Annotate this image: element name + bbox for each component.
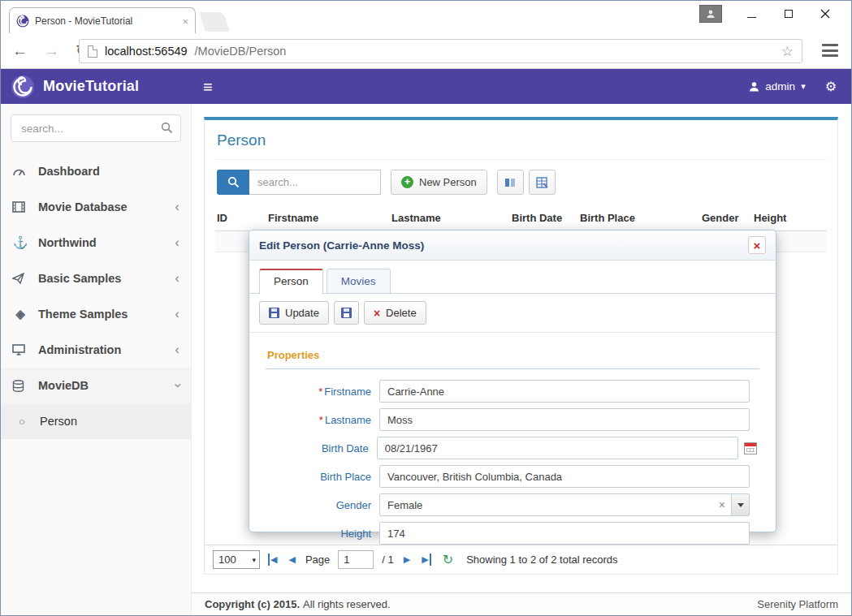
field-birthplace: Birth Place bbox=[266, 465, 759, 488]
grid-search-input[interactable] bbox=[249, 170, 381, 195]
sidebar-item-administration[interactable]: Administration ‹ bbox=[1, 332, 191, 368]
sidebar-item-label: Northwind bbox=[38, 236, 97, 249]
apply-changes-button[interactable] bbox=[334, 301, 359, 325]
address-bar[interactable]: localhost:56549 /MovieDB/Person ☆ bbox=[79, 39, 802, 63]
app-logo-spiral-icon bbox=[11, 75, 35, 99]
birthplace-input[interactable] bbox=[379, 465, 750, 488]
page-title: Person bbox=[215, 120, 827, 160]
sidebar-item-person[interactable]: ○ Person bbox=[1, 403, 191, 439]
bookmark-star-icon[interactable]: ☆ bbox=[781, 43, 794, 60]
chevron-down-icon: ‹ bbox=[169, 383, 185, 388]
sidebar-item-theme-samples[interactable]: ◈ Theme Samples ‹ bbox=[1, 296, 191, 332]
first-page-icon[interactable]: ◀ bbox=[268, 554, 279, 566]
export-button[interactable] bbox=[529, 170, 556, 195]
database-icon bbox=[12, 380, 28, 392]
gender-value: Female bbox=[380, 499, 713, 511]
page-label: Page bbox=[305, 554, 330, 566]
page-footer: Copyright (c) 2015. All rights reserved.… bbox=[192, 592, 851, 615]
field-gender: Gender Female × bbox=[266, 493, 759, 516]
column-header-birthdate[interactable]: Birth Date bbox=[512, 212, 580, 224]
sidebar-item-label: MovieDB bbox=[38, 379, 89, 392]
lastname-label: *Lastname bbox=[266, 414, 379, 426]
user-caret-icon: ▾ bbox=[801, 81, 806, 92]
gender-select[interactable]: Female × bbox=[379, 493, 750, 516]
user-menu[interactable]: admin ▾ bbox=[749, 80, 805, 93]
delete-label: Delete bbox=[386, 307, 417, 319]
page-total: / 1 bbox=[382, 554, 393, 566]
close-button[interactable] bbox=[807, 2, 843, 26]
desktop-icon bbox=[12, 344, 28, 355]
brand-text: MovieTutorial bbox=[43, 78, 139, 95]
profile-person-icon bbox=[706, 9, 716, 19]
save-icon bbox=[269, 308, 279, 318]
delete-x-icon: × bbox=[374, 308, 380, 319]
new-tab-button[interactable] bbox=[199, 12, 230, 32]
refresh-icon[interactable]: ↻ bbox=[443, 552, 453, 567]
quick-search-button[interactable] bbox=[217, 170, 249, 195]
dialog-toolbar: Update × Delete bbox=[249, 294, 776, 333]
calendar-button[interactable] bbox=[742, 439, 759, 457]
column-header-gender[interactable]: Gender bbox=[702, 212, 754, 224]
back-icon[interactable]: ← bbox=[12, 40, 28, 62]
sidebar-item-northwind[interactable]: ⚓ Northwind ‹ bbox=[1, 225, 191, 261]
sidebar-item-moviedb[interactable]: MovieDB ‹ bbox=[1, 368, 191, 403]
tab-movies[interactable]: Movies bbox=[327, 269, 391, 293]
minimize-button[interactable] bbox=[733, 2, 770, 26]
column-header-lastname[interactable]: Lastname bbox=[391, 212, 512, 224]
dialog-tabs: Person Movies bbox=[249, 261, 776, 294]
minimize-icon bbox=[747, 17, 756, 18]
update-button[interactable]: Update bbox=[259, 301, 329, 325]
page-size-select[interactable]: 100 ▾ bbox=[213, 550, 260, 569]
maximize-button[interactable] bbox=[770, 2, 807, 26]
window-controls bbox=[699, 1, 843, 27]
column-header-id[interactable]: ID bbox=[217, 212, 268, 224]
browser-titlebar: Person - MovieTutorial × bbox=[1, 1, 851, 33]
delete-button[interactable]: × Delete bbox=[364, 301, 426, 325]
last-page-icon[interactable]: ▶ bbox=[420, 554, 430, 566]
dashboard-icon bbox=[12, 166, 28, 177]
dialog-titlebar[interactable]: Edit Person (Carrie-Anne Moss) × bbox=[249, 230, 776, 261]
field-firstname: *Firstname bbox=[266, 380, 759, 403]
settings-gear-icon[interactable]: ⚙ bbox=[825, 79, 837, 94]
height-label: Height bbox=[266, 528, 379, 540]
profile-button[interactable] bbox=[699, 5, 722, 23]
calendar-icon bbox=[744, 442, 757, 454]
height-input[interactable] bbox=[379, 522, 750, 545]
sidebar-item-dashboard[interactable]: Dashboard bbox=[1, 153, 191, 189]
clear-selection-icon[interactable]: × bbox=[713, 499, 731, 510]
firstname-input[interactable] bbox=[379, 380, 750, 403]
brand[interactable]: MovieTutorial bbox=[1, 75, 192, 99]
sidebar-item-movie-database[interactable]: Movie Database ‹ bbox=[1, 189, 191, 225]
chevron-left-icon: ‹ bbox=[175, 270, 179, 286]
sidebar-search-input[interactable] bbox=[11, 114, 181, 142]
tab-title: Person - MovieTutorial bbox=[35, 15, 176, 27]
search-icon bbox=[227, 176, 240, 188]
browser-window: { "browser": { "tab_title": "Person - Mo… bbox=[0, 0, 852, 616]
page-number-input[interactable] bbox=[338, 550, 374, 569]
sidebar: Dashboard Movie Database ‹ ⚓ Northwind ‹… bbox=[1, 104, 192, 615]
forward-icon[interactable]: → bbox=[44, 40, 59, 62]
chevron-left-icon: ‹ bbox=[175, 306, 179, 322]
lastname-input[interactable] bbox=[379, 408, 750, 431]
dialog-body: Properties *Firstname *Lastname Birth Da… bbox=[249, 333, 776, 545]
column-picker-button[interactable] bbox=[497, 170, 524, 195]
sidebar-item-basic-samples[interactable]: Basic Samples ‹ bbox=[1, 261, 191, 296]
birthdate-input[interactable] bbox=[377, 437, 738, 459]
dialog-close-icon[interactable]: × bbox=[748, 236, 766, 254]
column-header-birthplace[interactable]: Birth Place bbox=[580, 212, 702, 224]
next-page-icon[interactable]: ▶ bbox=[402, 554, 412, 566]
tab-close-icon[interactable]: × bbox=[182, 16, 188, 27]
prev-page-icon[interactable]: ◀ bbox=[287, 554, 296, 566]
browser-tab[interactable]: Person - MovieTutorial × bbox=[9, 7, 196, 34]
dropdown-button[interactable] bbox=[731, 494, 749, 515]
page-size-value: 100 bbox=[218, 554, 236, 566]
new-person-button[interactable]: + New Person bbox=[391, 170, 487, 195]
anchor-icon: ⚓ bbox=[12, 235, 28, 250]
tab-person[interactable]: Person bbox=[259, 269, 323, 294]
user-label: admin bbox=[765, 80, 795, 93]
sidebar-toggle-icon[interactable]: ≡ bbox=[203, 79, 213, 95]
column-header-firstname[interactable]: Firstname bbox=[268, 212, 391, 224]
browser-menu-icon[interactable] bbox=[822, 44, 838, 57]
column-header-height[interactable]: Height bbox=[754, 212, 819, 224]
columns-icon bbox=[504, 177, 517, 188]
